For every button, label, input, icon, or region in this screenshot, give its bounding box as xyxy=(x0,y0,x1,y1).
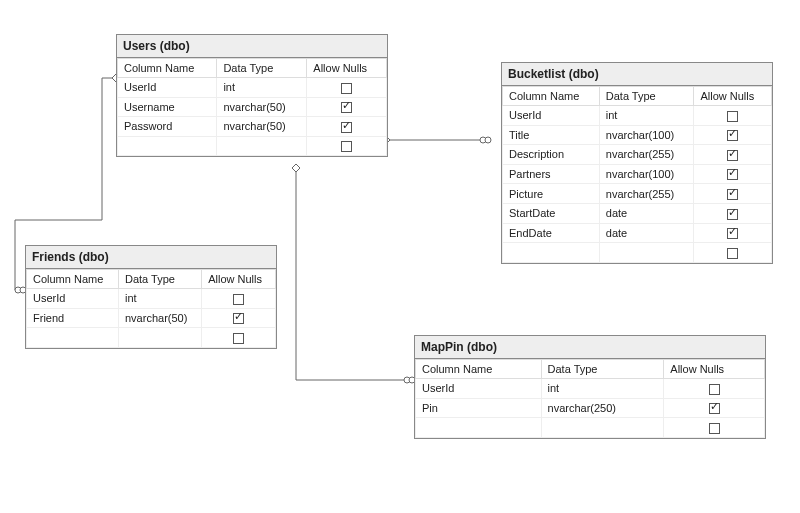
data-type[interactable]: nvarchar(100) xyxy=(599,125,694,145)
table-title[interactable]: Bucketlist (dbo) xyxy=(502,63,772,86)
allow-nulls-cell[interactable] xyxy=(202,308,276,328)
column-name[interactable]: Description xyxy=(503,145,600,165)
table-row-empty[interactable] xyxy=(118,136,387,156)
empty-cell[interactable] xyxy=(599,243,694,263)
table-row[interactable]: Friendnvarchar(50) xyxy=(27,308,276,328)
column-name[interactable]: StartDate xyxy=(503,203,600,223)
allow-nulls-cell[interactable] xyxy=(664,418,765,438)
data-type[interactable]: nvarchar(255) xyxy=(599,184,694,204)
table-users[interactable]: Users (dbo)Column NameData TypeAllow Nul… xyxy=(116,34,388,157)
allow-nulls-cell[interactable] xyxy=(307,117,387,137)
column-name[interactable]: UserId xyxy=(503,106,600,126)
table-row[interactable]: UserIdint xyxy=(503,106,772,126)
table-row[interactable]: Pinnvarchar(250) xyxy=(416,398,765,418)
data-type[interactable]: int xyxy=(119,289,202,309)
empty-cell[interactable] xyxy=(217,136,307,156)
empty-cell[interactable] xyxy=(541,418,664,438)
column-name[interactable]: Picture xyxy=(503,184,600,204)
allow-nulls-cell[interactable] xyxy=(694,243,772,263)
allow-nulls-cell[interactable] xyxy=(307,136,387,156)
allow-nulls-checkbox[interactable] xyxy=(727,209,738,220)
table-title[interactable]: Friends (dbo) xyxy=(26,246,276,269)
table-row[interactable]: UserIdint xyxy=(416,379,765,399)
empty-cell[interactable] xyxy=(503,243,600,263)
allow-nulls-checkbox[interactable] xyxy=(709,403,720,414)
data-type[interactable]: date xyxy=(599,223,694,243)
allow-nulls-checkbox[interactable] xyxy=(727,150,738,161)
allow-nulls-cell[interactable] xyxy=(694,223,772,243)
table-row[interactable]: Descriptionnvarchar(255) xyxy=(503,145,772,165)
data-type[interactable]: int xyxy=(599,106,694,126)
allow-nulls-checkbox[interactable] xyxy=(727,111,738,122)
table-row[interactable]: EndDatedate xyxy=(503,223,772,243)
allow-nulls-cell[interactable] xyxy=(694,125,772,145)
data-type[interactable]: nvarchar(100) xyxy=(599,164,694,184)
allow-nulls-cell[interactable] xyxy=(664,379,765,399)
allow-nulls-cell[interactable] xyxy=(694,164,772,184)
allow-nulls-cell[interactable] xyxy=(202,328,276,348)
data-type[interactable]: nvarchar(50) xyxy=(217,117,307,137)
column-name[interactable]: Password xyxy=(118,117,217,137)
table-row[interactable]: Picturenvarchar(255) xyxy=(503,184,772,204)
allow-nulls-cell[interactable] xyxy=(694,203,772,223)
table-row[interactable]: Titlenvarchar(100) xyxy=(503,125,772,145)
allow-nulls-checkbox[interactable] xyxy=(727,248,738,259)
allow-nulls-checkbox[interactable] xyxy=(709,423,720,434)
allow-nulls-cell[interactable] xyxy=(307,78,387,98)
col-header: Allow Nulls xyxy=(694,87,772,106)
allow-nulls-cell[interactable] xyxy=(694,184,772,204)
allow-nulls-checkbox[interactable] xyxy=(709,384,720,395)
column-name[interactable]: Friend xyxy=(27,308,119,328)
column-name[interactable]: Partners xyxy=(503,164,600,184)
allow-nulls-checkbox[interactable] xyxy=(727,130,738,141)
allow-nulls-checkbox[interactable] xyxy=(341,122,352,133)
allow-nulls-checkbox[interactable] xyxy=(341,102,352,113)
data-type[interactable]: int xyxy=(541,379,664,399)
columns-grid: Column NameData TypeAllow NullsUserIdint… xyxy=(26,269,276,348)
column-name[interactable]: UserId xyxy=(27,289,119,309)
empty-cell[interactable] xyxy=(27,328,119,348)
data-type[interactable]: nvarchar(50) xyxy=(217,97,307,117)
table-row[interactable]: UserIdint xyxy=(27,289,276,309)
allow-nulls-checkbox[interactable] xyxy=(233,294,244,305)
table-title[interactable]: MapPin (dbo) xyxy=(415,336,765,359)
column-name[interactable]: UserId xyxy=(416,379,542,399)
table-mappin[interactable]: MapPin (dbo)Column NameData TypeAllow Nu… xyxy=(414,335,766,439)
table-title[interactable]: Users (dbo) xyxy=(117,35,387,58)
allow-nulls-cell[interactable] xyxy=(664,398,765,418)
column-name[interactable]: Username xyxy=(118,97,217,117)
data-type[interactable]: nvarchar(255) xyxy=(599,145,694,165)
table-row-empty[interactable] xyxy=(27,328,276,348)
data-type[interactable]: nvarchar(50) xyxy=(119,308,202,328)
allow-nulls-checkbox[interactable] xyxy=(341,141,352,152)
allow-nulls-checkbox[interactable] xyxy=(341,83,352,94)
allow-nulls-cell[interactable] xyxy=(202,289,276,309)
data-type[interactable]: nvarchar(250) xyxy=(541,398,664,418)
table-bucketlist[interactable]: Bucketlist (dbo)Column NameData TypeAllo… xyxy=(501,62,773,264)
empty-cell[interactable] xyxy=(119,328,202,348)
table-row[interactable]: StartDatedate xyxy=(503,203,772,223)
allow-nulls-checkbox[interactable] xyxy=(233,333,244,344)
column-name[interactable]: Pin xyxy=(416,398,542,418)
allow-nulls-checkbox[interactable] xyxy=(727,169,738,180)
table-friends[interactable]: Friends (dbo)Column NameData TypeAllow N… xyxy=(25,245,277,349)
allow-nulls-checkbox[interactable] xyxy=(727,189,738,200)
column-name[interactable]: UserId xyxy=(118,78,217,98)
table-row[interactable]: Usernamenvarchar(50) xyxy=(118,97,387,117)
allow-nulls-cell[interactable] xyxy=(694,145,772,165)
table-row-empty[interactable] xyxy=(416,418,765,438)
allow-nulls-checkbox[interactable] xyxy=(233,313,244,324)
table-row[interactable]: UserIdint xyxy=(118,78,387,98)
table-row[interactable]: Partnersnvarchar(100) xyxy=(503,164,772,184)
data-type[interactable]: int xyxy=(217,78,307,98)
table-row[interactable]: Passwordnvarchar(50) xyxy=(118,117,387,137)
allow-nulls-cell[interactable] xyxy=(307,97,387,117)
empty-cell[interactable] xyxy=(118,136,217,156)
data-type[interactable]: date xyxy=(599,203,694,223)
column-name[interactable]: EndDate xyxy=(503,223,600,243)
table-row-empty[interactable] xyxy=(503,243,772,263)
allow-nulls-checkbox[interactable] xyxy=(727,228,738,239)
empty-cell[interactable] xyxy=(416,418,542,438)
column-name[interactable]: Title xyxy=(503,125,600,145)
allow-nulls-cell[interactable] xyxy=(694,106,772,126)
